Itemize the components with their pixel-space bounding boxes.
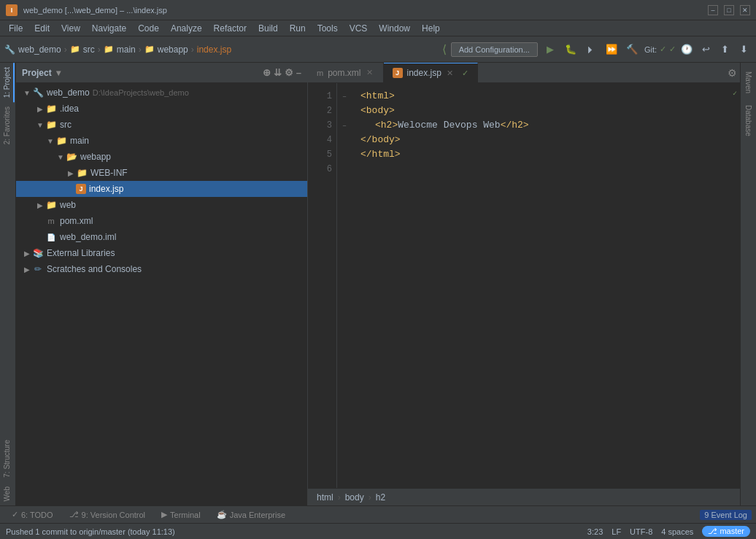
- debug-button[interactable]: 🐛: [563, 42, 579, 58]
- tree-item-external[interactable]: ▶ 📚 External Libraries: [16, 245, 307, 261]
- menu-item-vcs[interactable]: VCS: [344, 22, 374, 35]
- project-icon-collapse[interactable]: ⇊: [274, 67, 282, 78]
- breadcrumb-project[interactable]: web_demo: [18, 44, 61, 55]
- menu-item-view[interactable]: View: [55, 22, 86, 35]
- tree-item-main[interactable]: ▼ 📁 main: [16, 133, 307, 149]
- folder-src-icon: 📁: [45, 120, 57, 130]
- project-dropdown-arrow[interactable]: ▾: [56, 68, 61, 78]
- code-content[interactable]: <html> <body> <h2>Welocme Devops Web</h2…: [352, 83, 733, 488]
- expand-arrow-web: ▶: [35, 201, 45, 209]
- build-button[interactable]: 🔨: [624, 42, 640, 58]
- iml-icon: 📄: [45, 232, 57, 242]
- menu-item-analyze[interactable]: Analyze: [165, 22, 208, 35]
- line-num-4: 4: [308, 133, 332, 147]
- maximize-button[interactable]: □: [724, 5, 734, 15]
- tree-label-webinf: WEB-INF: [90, 168, 128, 178]
- breadcrumb-src[interactable]: src: [83, 44, 95, 55]
- event-log-badge[interactable]: 9 Event Log: [700, 510, 752, 520]
- menu-item-run[interactable]: Run: [284, 22, 312, 35]
- code-h2-open: <h2>: [375, 118, 398, 133]
- menu-item-window[interactable]: Window: [373, 22, 416, 35]
- menu-item-refactor[interactable]: Refactor: [208, 22, 252, 35]
- bottom-tab-java-enterprise[interactable]: ☕ Java Enterprise: [209, 508, 293, 521]
- minimize-button[interactable]: –: [708, 5, 718, 15]
- project-icon-minimize[interactable]: –: [296, 67, 301, 78]
- bottom-tab-terminal[interactable]: ▶ Terminal: [154, 508, 208, 521]
- editor-tab-index-jsp[interactable]: J index.jsp ✕ ✓: [384, 63, 478, 82]
- breadcrumb-webapp[interactable]: webapp: [158, 44, 188, 55]
- run-button[interactable]: ▶: [542, 42, 558, 58]
- menu-item-code[interactable]: Code: [132, 22, 165, 35]
- tree-item-idea[interactable]: ▶ 📁 .idea: [16, 101, 307, 117]
- fold-btn-3[interactable]: –: [337, 118, 352, 133]
- line-ending[interactable]: LF: [612, 527, 621, 536]
- coverage-button[interactable]: ⏵: [583, 42, 599, 58]
- tree-item-src[interactable]: ▼ 📁 src: [16, 117, 307, 133]
- sidebar-item-favorites[interactable]: 2: Favorites: [1, 102, 15, 149]
- tree-item-web[interactable]: ▶ 📁 web: [16, 197, 307, 213]
- tree-item-webinf[interactable]: ▶ 📁 WEB-INF: [16, 165, 307, 181]
- code-line-4: </body>: [360, 133, 724, 147]
- line-num-1: 1: [308, 89, 332, 104]
- code-line-5: </html>: [360, 147, 724, 162]
- jsp-tab-label: index.jsp: [407, 68, 441, 78]
- git-revert-button[interactable]: ↩: [698, 42, 714, 58]
- menu-item-help[interactable]: Help: [416, 22, 446, 35]
- git-branch-badge[interactable]: ⎇ master: [702, 526, 750, 537]
- bottom-tab-todo[interactable]: ✓ 6: TODO: [4, 508, 61, 521]
- tree-label-index-jsp: index.jsp: [89, 184, 123, 194]
- tree-item-iml[interactable]: ▶ 📄 web_demo.iml: [16, 229, 307, 245]
- sidebar-item-web[interactable]: Web: [1, 482, 15, 505]
- right-tab-database[interactable]: Database: [742, 99, 755, 142]
- project-icon-settings[interactable]: ⚙: [285, 67, 293, 78]
- line-numbers: 1 2 3 4 5 6: [308, 83, 337, 488]
- menu-item-file[interactable]: File: [3, 22, 28, 35]
- jsp-tab-check-icon: ✓: [462, 69, 468, 78]
- menu-item-build[interactable]: Build: [252, 22, 284, 35]
- tree-item-scratches[interactable]: ▶ ✏ Scratches and Consoles: [16, 261, 307, 277]
- editor-settings-icon[interactable]: ⚙: [728, 67, 737, 79]
- editor-tab-pom[interactable]: m pom.xml ✕: [308, 63, 384, 82]
- project-icon-locate[interactable]: ⊕: [263, 67, 271, 78]
- right-tab-maven[interactable]: Maven: [742, 66, 755, 99]
- fold-spacer-5: [337, 147, 352, 162]
- fold-btn-1[interactable]: –: [337, 89, 352, 104]
- bottom-tab-vcs[interactable]: ⎇ 9: Version Control: [62, 508, 153, 521]
- toolbar-right: ⟨ Add Configuration... ▶ 🐛 ⏵ ⏩ 🔨 Git: ✓ …: [442, 42, 752, 58]
- git-branch-icon: ⎇: [708, 527, 717, 535]
- git-pull-button[interactable]: ⬇: [736, 42, 752, 58]
- menu-bar: FileEditViewNavigateCodeAnalyzeRefactorB…: [0, 20, 756, 36]
- sidebar-item-project[interactable]: 1: Project: [1, 63, 15, 102]
- tree-label-web: web: [60, 200, 76, 210]
- breadcrumb-main[interactable]: main: [117, 44, 136, 55]
- menu-item-tools[interactable]: Tools: [312, 22, 344, 35]
- tree-item-webapp[interactable]: ▼ 📂 webapp: [16, 149, 307, 165]
- java-enterprise-icon: ☕: [217, 510, 227, 519]
- profile-button[interactable]: ⏩: [603, 42, 620, 58]
- tree-item-pom[interactable]: ▶ m pom.xml: [16, 213, 307, 229]
- pom-tab-close[interactable]: ✕: [366, 69, 374, 77]
- tree-item-root[interactable]: ▼ 🔧 web_demo D:\IdeaProjects\web_demo: [16, 85, 307, 101]
- sidebar-item-structure[interactable]: 7: Structure: [1, 435, 15, 482]
- git-history-button[interactable]: 🕐: [679, 42, 695, 58]
- expand-arrow-idea: ▶: [35, 105, 45, 113]
- close-button[interactable]: ✕: [740, 5, 750, 15]
- jsp-tab-close[interactable]: ✕: [446, 69, 455, 77]
- editor-area: m pom.xml ✕ J index.jsp ✕ ✓ ⚙ 1 2 3 4 5: [308, 63, 740, 505]
- encoding[interactable]: UTF-8: [630, 527, 652, 536]
- tree-item-index-jsp[interactable]: ▶ J index.jsp: [16, 181, 307, 197]
- tree-label-scratches: Scratches and Consoles: [47, 264, 142, 274]
- git-push-button[interactable]: ⬆: [717, 42, 733, 58]
- menu-item-edit[interactable]: Edit: [28, 22, 55, 35]
- expand-arrow-external: ▶: [22, 249, 32, 257]
- pushed-message: Pushed 1 commit to origin/master (today …: [6, 527, 175, 536]
- menu-item-navigate[interactable]: Navigate: [86, 22, 132, 35]
- expand-arrow-webinf: ▶: [66, 169, 76, 177]
- cursor-position[interactable]: 3:23: [587, 527, 603, 536]
- breadcrumb-file[interactable]: index.jsp: [197, 44, 231, 55]
- indent[interactable]: 4 spaces: [661, 527, 693, 536]
- add-configuration-button[interactable]: Add Configuration...: [451, 42, 538, 57]
- pom-icon: m: [45, 216, 57, 226]
- fold-spacer-2: [337, 104, 352, 118]
- jsp-tab-icon: J: [393, 68, 403, 78]
